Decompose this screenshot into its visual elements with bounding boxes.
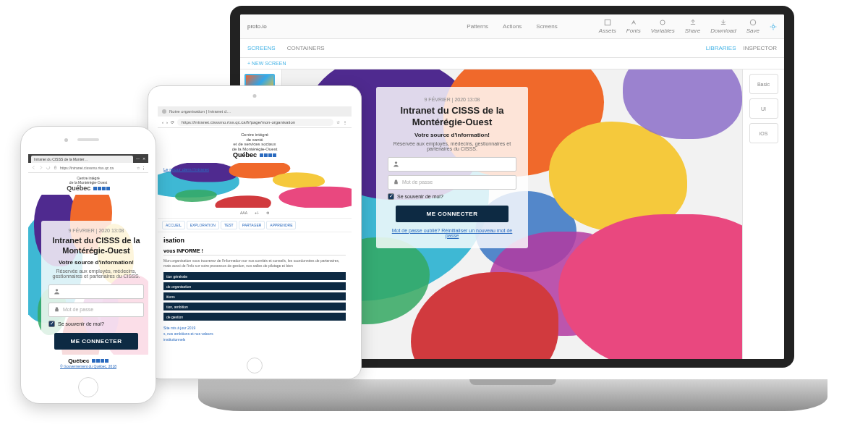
page-footer: Québec © Gouvernement du Québec, 2018 bbox=[28, 355, 148, 371]
browser-tab[interactable]: Intranet du CISSS de la Montér… bbox=[31, 156, 133, 163]
tablet-page: Centre intégré de santé et de services s… bbox=[158, 128, 352, 352]
protoio-toolbar: proto.io Patterns Actions Screens Assets… bbox=[240, 14, 784, 39]
quebec-flag-icon bbox=[260, 153, 276, 157]
remember-me[interactable]: Se souvenir de moi? bbox=[388, 193, 516, 200]
variables-icon[interactable]: Variables bbox=[651, 19, 675, 34]
phone-home-button[interactable] bbox=[78, 377, 98, 397]
footer-link[interactable]: s, nos ambitions et nos valeurs bbox=[163, 331, 346, 337]
password-field[interactable]: Mot de passe bbox=[48, 303, 144, 317]
library-item[interactable]: UI bbox=[749, 98, 778, 119]
login-subtitle: Votre source d'information! bbox=[388, 132, 516, 138]
back-icon[interactable] bbox=[31, 165, 36, 170]
datetime-stamp: 9 FÉVRIER | 2020 13:08 bbox=[388, 97, 516, 102]
menu-item[interactable]: EXPLORATION bbox=[187, 221, 219, 229]
browser-tab[interactable]: Notre organisation | Intranet d… bbox=[169, 109, 231, 114]
hero-banner: Le retour dans l'intranet bbox=[158, 163, 352, 208]
reload-icon[interactable] bbox=[46, 165, 51, 170]
login-button[interactable]: ME CONNECTER bbox=[396, 206, 509, 222]
tab-inspector[interactable]: INSPECTOR bbox=[743, 45, 777, 51]
window-minimize-icon[interactable]: — bbox=[136, 156, 140, 161]
org-logo: Centre intégré de santé et de services s… bbox=[158, 128, 352, 163]
accordion-item[interactable]: tion, ambition bbox=[163, 303, 346, 311]
lock-icon bbox=[54, 306, 60, 313]
star-icon[interactable]: ☆ bbox=[137, 166, 140, 170]
forward-icon[interactable] bbox=[38, 165, 43, 170]
tab-libraries[interactable]: LIBRARIES bbox=[706, 45, 736, 51]
accordion-item[interactable]: itions bbox=[163, 292, 346, 300]
browser-tabbar: Notre organisation | Intranet d… bbox=[158, 106, 352, 117]
protoio-brand[interactable]: proto.io bbox=[240, 23, 274, 30]
lock-icon bbox=[393, 179, 399, 185]
copyright-link[interactable]: © Gouvernement du Québec, 2018 bbox=[60, 364, 116, 368]
checkbox-icon[interactable] bbox=[48, 321, 55, 327]
svg-rect-8 bbox=[55, 309, 59, 311]
footer-link[interactable]: institutionnels bbox=[163, 337, 346, 342]
quebec-wordmark: Québec bbox=[233, 151, 257, 159]
back-icon[interactable]: ‹ bbox=[162, 120, 163, 124]
org-logo: Centre intégré de la Montérégie-Ouest Qu… bbox=[28, 173, 148, 195]
forgot-password-link[interactable]: Mot de passe oublié? Réinitialiser un no… bbox=[388, 228, 516, 238]
menu-icon[interactable]: ⋮ bbox=[343, 119, 347, 124]
page-body: isation vous INFORME ! Mon organisation … bbox=[158, 232, 352, 347]
svg-point-2 bbox=[750, 20, 756, 25]
protoio-subbar: SCREENS CONTAINERS LIBRARIES INSPECTOR bbox=[240, 39, 784, 58]
username-field[interactable] bbox=[48, 284, 144, 299]
star-icon[interactable]: ☆ bbox=[336, 119, 340, 124]
login-note: Réservée aux employés, médecins, gestion… bbox=[388, 141, 516, 151]
checkbox-icon[interactable] bbox=[388, 193, 394, 200]
text-size[interactable]: AAA bbox=[238, 209, 250, 216]
password-field[interactable]: Mot de passe bbox=[388, 175, 516, 190]
login-subtitle: Votre source d'information! bbox=[48, 259, 144, 266]
save-icon[interactable]: Save bbox=[746, 19, 760, 34]
protoio-new-screen[interactable]: + NEW SCREEN bbox=[240, 58, 784, 69]
menu-item[interactable]: TEST bbox=[221, 221, 237, 229]
gear-icon[interactable]: ⚙ bbox=[264, 209, 271, 216]
settings-icon[interactable] bbox=[770, 23, 777, 30]
accordion-item[interactable]: de gestion bbox=[163, 313, 346, 321]
remember-me[interactable]: Se souvenir de moi? bbox=[48, 321, 144, 327]
window-control[interactable] bbox=[162, 109, 166, 114]
intro-paragraph: Mon organisation vous trouverez de l'inf… bbox=[163, 258, 346, 268]
menu-item[interactable]: PARTAGER bbox=[239, 221, 265, 229]
library-item[interactable]: Basic bbox=[749, 74, 778, 94]
login-title: Intranet du CISSS de la Montérégie-Ouest bbox=[48, 236, 144, 256]
toolbar-item[interactable]: Patterns bbox=[467, 23, 488, 30]
phone-camera bbox=[64, 138, 68, 142]
svg-point-4 bbox=[395, 161, 397, 164]
login-card: 9 FÉVRIER | 2020 13:08 Intranet du CISSS… bbox=[41, 221, 148, 355]
toolbar-item[interactable]: Actions bbox=[503, 23, 522, 30]
menu-item[interactable]: APPRENDRE bbox=[266, 221, 296, 229]
zoom[interactable]: +/- bbox=[252, 209, 261, 216]
tablet-home-button[interactable] bbox=[247, 358, 263, 373]
accordion-item[interactable]: de organisation bbox=[163, 282, 346, 290]
fonts-icon[interactable]: Fonts bbox=[626, 19, 641, 34]
share-icon[interactable]: Share bbox=[685, 19, 700, 34]
username-field[interactable] bbox=[388, 157, 516, 172]
menu-icon[interactable]: ⋮ bbox=[142, 166, 145, 170]
tab-containers[interactable]: CONTAINERS bbox=[287, 45, 325, 51]
reload-icon[interactable]: ⟳ bbox=[171, 119, 174, 124]
window-close-icon[interactable]: ✕ bbox=[142, 156, 145, 161]
browser-urlbar[interactable]: ‹ › ⟳ https://intranet.cisssmo.rtss.qc.c… bbox=[158, 117, 352, 128]
accessibility-row: AAA +/- ⚙ bbox=[158, 208, 352, 219]
browser-urlbar[interactable]: https://intranet.cisssmo.rtss.qc.ca ☆ ⋮ bbox=[28, 163, 148, 173]
phone-screen: Intranet du CISSS de la Montér… — ✕ http… bbox=[28, 154, 148, 371]
library-item[interactable]: iOS bbox=[749, 123, 778, 143]
svg-rect-6 bbox=[54, 167, 56, 169]
forward-icon[interactable]: › bbox=[166, 120, 168, 124]
login-button[interactable]: ME CONNECTER bbox=[54, 333, 138, 350]
login-card: 9 FÉVRIER | 2020 13:08 Intranet du CISSS… bbox=[376, 87, 528, 248]
toolbar-item[interactable]: Screens bbox=[536, 23, 557, 30]
accordion-item[interactable]: tion générale bbox=[163, 272, 346, 280]
download-icon[interactable]: Download bbox=[710, 19, 736, 34]
hero-link[interactable]: Le retour dans l'intranet bbox=[163, 167, 209, 172]
quebec-wordmark: Québec bbox=[67, 185, 90, 192]
url-field[interactable]: https://intranet.cisssmo.rtss.qc.ca bbox=[60, 166, 135, 170]
menu-item[interactable]: ACCUEIL bbox=[162, 221, 185, 229]
url-field[interactable]: https://intranet.cisssmo.rtss.qc.ca/fr/p… bbox=[177, 119, 333, 126]
svg-rect-5 bbox=[394, 182, 398, 184]
hero-banner: 9 FÉVRIER | 2020 13:08 Intranet du CISSS… bbox=[28, 195, 148, 355]
tab-screens[interactable]: SCREENS bbox=[247, 45, 276, 51]
assets-icon[interactable]: Assets bbox=[599, 19, 616, 34]
footer-link[interactable]: Site mis à jour 2019 bbox=[163, 325, 346, 331]
